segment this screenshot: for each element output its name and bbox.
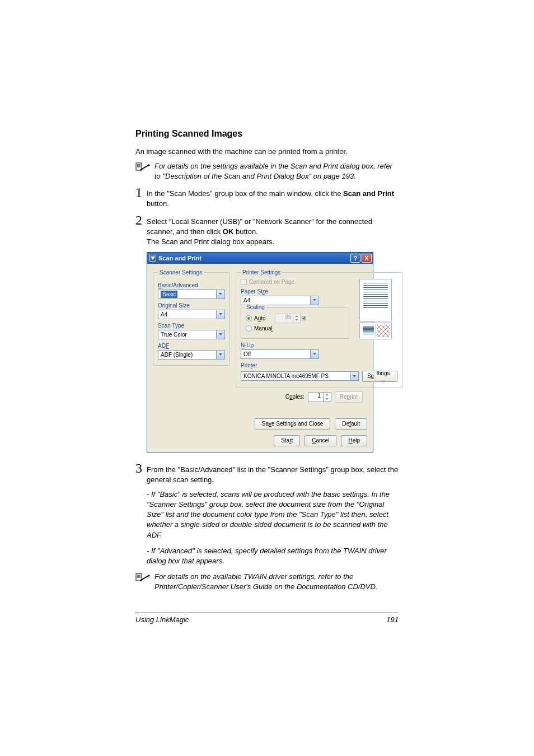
page-number: 191 (386, 615, 399, 624)
radio-icon (246, 325, 252, 332)
step-1-text: In the "Scan Modes" group box of the mai… (147, 185, 399, 209)
checkbox-icon (241, 279, 247, 285)
scaling-group: Scaling Auto 85 (241, 307, 349, 339)
paper-size-label: Paper Size (241, 288, 349, 295)
step-1: 1 In the "Scan Modes" group box of the m… (135, 185, 399, 209)
step-3-note-b: - If "Advanced" is selected, specify det… (147, 546, 399, 566)
scaling-value: 85 (275, 314, 293, 323)
close-titlebar-button[interactable]: X (362, 254, 372, 263)
chevron-down-icon[interactable] (216, 330, 224, 339)
centered-label: Centered on Page (249, 279, 294, 285)
cancel-button[interactable]: Cancel (305, 435, 336, 446)
default-button[interactable]: Default (335, 418, 367, 430)
window-title: Scan and Print (158, 255, 202, 262)
scan-and-print-dialog: Scan and Print ? X Scanner Settings Basi… (147, 252, 373, 452)
chevron-down-icon[interactable] (216, 351, 224, 359)
s1-a: In the "Scan Modes" group box of the mai… (147, 189, 343, 198)
reprint-button: Reprint (335, 391, 363, 403)
printer-dropdown[interactable]: KONICA MINOLTA mc4695MF PS (241, 371, 359, 381)
note-1: For details on the settings available in… (135, 161, 399, 181)
basic-advanced-value: Basic (161, 291, 177, 298)
chevron-down-icon[interactable] (310, 296, 318, 305)
chevron-down-icon[interactable] (216, 290, 224, 298)
preview-page-large (359, 279, 392, 321)
note-icon (135, 572, 154, 585)
copies-spinner[interactable]: 1 (308, 392, 331, 402)
scaling-manual-radio[interactable]: Manual (246, 325, 344, 332)
note-2: For details on the available TWAIN drive… (135, 572, 399, 592)
step-2: 2 Select "Local Scanner (USB)" or "Netwo… (135, 213, 399, 248)
help-button[interactable]: Help (341, 435, 367, 446)
basic-advanced-dropdown[interactable]: Basic (158, 290, 225, 299)
chevron-down-icon[interactable] (310, 350, 318, 358)
original-size-dropdown[interactable]: A4 (158, 310, 225, 319)
adf-value: ADF (Single) (158, 352, 216, 358)
s2-a: Select "Local Scanner (USB)" or "Network… (147, 217, 372, 236)
intro-text: An image scanned with the machine can be… (135, 147, 399, 157)
scaling-spinner: 85 (275, 314, 301, 323)
step-num-3: 3 (135, 461, 147, 475)
printer-label: Printer (241, 362, 397, 368)
step-3-text: From the "Basic/Advanced" list in the "S… (147, 461, 399, 485)
basic-advanced-label: Basic/Advanced (158, 282, 225, 288)
scaling-auto-radio[interactable]: Auto 85 % (246, 314, 344, 323)
centered-on-page-checkbox: Centered on Page (241, 279, 349, 285)
copies-value: 1 (308, 393, 323, 402)
step-3-note-a: - If "Basic" is selected, scans will be … (147, 489, 399, 540)
radio-selected-icon (246, 315, 252, 321)
note-icon (135, 161, 154, 175)
chevron-down-icon[interactable] (350, 372, 358, 380)
step-2-text: Select "Local Scanner (USB)" or "Network… (147, 213, 399, 248)
chevron-down-icon[interactable] (216, 310, 224, 319)
s2-c: button. (233, 227, 257, 236)
note-2-text: For details on the available TWAIN drive… (154, 572, 399, 592)
adf-label: ADF (158, 343, 225, 349)
scanner-settings-group: Scanner Settings Basic/Advanced Basic Or… (153, 269, 230, 366)
preview-page-small (359, 323, 392, 339)
printer-settings-legend: Printer Settings (241, 269, 282, 276)
save-settings-close-button[interactable]: Save Settings and Close (255, 418, 331, 430)
manual-label: Manual (254, 325, 273, 332)
help-titlebar-button[interactable]: ? (350, 254, 360, 263)
start-button[interactable]: Start (274, 435, 300, 446)
paper-size-value: A4 (241, 297, 310, 304)
settings-button[interactable]: Settings ... (362, 371, 397, 382)
s1-b: Scan and Print (343, 189, 394, 198)
footer-rule (135, 613, 399, 613)
step-3: 3 From the "Basic/Advanced" list in the … (135, 461, 399, 485)
auto-label: Auto (254, 315, 266, 321)
s2-b: OK (223, 227, 234, 236)
scan-type-label: Scan Type (158, 323, 225, 329)
scan-type-dropdown[interactable]: True Color (158, 330, 225, 339)
pct-unit: % (302, 315, 307, 321)
printer-settings-group: Printer Settings Centered on Page Paper … (236, 269, 402, 388)
nup-label: N-Up (241, 342, 349, 348)
footer-left: Using LinkMagic (135, 615, 189, 624)
scanner-settings-legend: Scanner Settings (158, 269, 204, 276)
s1-c: button. (147, 199, 169, 208)
original-size-value: A4 (158, 311, 216, 318)
s2-d: The Scan and Print dialog box appears. (147, 237, 399, 247)
app-icon (149, 255, 156, 262)
titlebar: Scan and Print ? X (147, 253, 373, 264)
section-heading: Printing Scanned Images (135, 129, 399, 139)
scaling-legend: Scaling (245, 304, 266, 310)
note-1-text: For details on the settings available in… (154, 161, 399, 181)
step-num-1: 1 (135, 185, 147, 199)
print-preview (354, 279, 397, 339)
original-size-label: Original Size (158, 302, 225, 309)
nup-dropdown[interactable]: Off (241, 349, 319, 359)
scan-type-value: True Color (158, 332, 216, 338)
copies-label: Copies: (285, 394, 305, 400)
preview-hatch-icon (377, 325, 390, 337)
nup-value: Off (241, 351, 310, 357)
printer-value: KONICA MINOLTA mc4695MF PS (241, 373, 350, 379)
adf-dropdown[interactable]: ADF (Single) (158, 350, 225, 360)
step-num-2: 2 (135, 213, 147, 227)
